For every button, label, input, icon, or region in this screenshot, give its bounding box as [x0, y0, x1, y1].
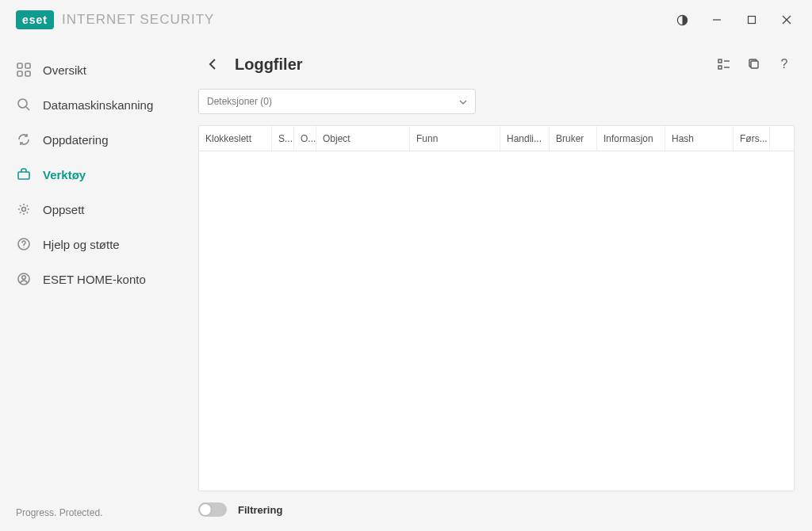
table-body-empty	[199, 151, 794, 491]
app-logo: eset INTERNET SECURITY	[16, 10, 214, 29]
svg-point-14	[23, 246, 24, 247]
sidebar-item-label: Oppsett	[43, 203, 85, 216]
help-icon[interactable]: ?	[774, 54, 795, 74]
svg-rect-18	[718, 66, 722, 69]
nav-list: Oversikt Datamaskinskanning Oppdatering …	[0, 52, 198, 296]
sidebar-item-label: Verktøy	[43, 168, 86, 181]
sidebar-item-tools[interactable]: Verktøy	[0, 157, 198, 192]
content-header: Loggfiler ?	[198, 54, 795, 74]
table-header-cell[interactable]	[770, 126, 794, 151]
sidebar-item-overview[interactable]: Oversikt	[0, 52, 198, 87]
sidebar-item-setup[interactable]: Oppsett	[0, 192, 198, 227]
page-title: Loggfiler	[235, 55, 303, 74]
sidebar-footer-tagline: Progress. Protected.	[0, 507, 198, 531]
table-header-cell[interactable]: Hash	[665, 126, 733, 151]
table-header-cell[interactable]: Informasjon	[597, 126, 665, 151]
sidebar-item-scan[interactable]: Datamaskinskanning	[0, 87, 198, 122]
filter-row: Filtrering	[198, 491, 795, 521]
svg-rect-17	[718, 59, 722, 63]
sidebar-item-account[interactable]: ESET HOME-konto	[0, 262, 198, 296]
table-header-cell[interactable]: Funn	[410, 126, 500, 151]
svg-rect-21	[751, 61, 758, 68]
svg-point-9	[18, 99, 27, 108]
close-button[interactable]	[771, 7, 802, 32]
table-header-cell[interactable]: Object	[316, 126, 410, 151]
refresh-icon	[16, 132, 32, 147]
sidebar-item-help[interactable]: Hjelp og støtte	[0, 227, 198, 262]
dropdown-selected-value: Deteksjoner (0)	[207, 96, 272, 107]
svg-rect-2	[749, 17, 756, 24]
back-button[interactable]	[203, 55, 222, 74]
help-icon	[16, 236, 32, 252]
filter-label: Filtrering	[238, 504, 282, 516]
table-header-row: KlokkeslettS...O...ObjectFunnHandli...Br…	[199, 126, 794, 151]
table-header-cell[interactable]: Handli...	[500, 126, 550, 151]
svg-rect-5	[17, 63, 22, 68]
svg-point-12	[22, 208, 26, 212]
sidebar-item-update[interactable]: Oppdatering	[0, 122, 198, 157]
title-bar: eset INTERNET SECURITY	[0, 0, 812, 40]
svg-line-10	[26, 107, 29, 110]
sidebar: Oversikt Datamaskinskanning Oppdatering …	[0, 40, 198, 531]
sidebar-item-label: Oversikt	[43, 63, 86, 77]
log-type-dropdown[interactable]: Deteksjoner (0)	[198, 89, 476, 114]
contrast-icon[interactable]	[666, 7, 698, 32]
table-header-cell[interactable]: S...	[272, 126, 294, 151]
svg-rect-6	[25, 63, 30, 68]
log-table: KlokkeslettS...O...ObjectFunnHandli...Br…	[198, 125, 795, 491]
brand-badge: eset	[16, 10, 54, 29]
window-controls	[666, 7, 802, 32]
dashboard-icon	[16, 62, 32, 78]
sidebar-item-label: Oppdatering	[43, 133, 109, 147]
content-area: Loggfiler ? Deteksjoner (0) KlokkeslettS…	[198, 40, 812, 531]
briefcase-icon	[16, 166, 32, 182]
sidebar-item-label: ESET HOME-konto	[43, 273, 146, 286]
svg-rect-7	[17, 71, 22, 76]
table-header-cell[interactable]: Klokkeslett	[199, 126, 272, 151]
user-icon	[16, 271, 32, 287]
filter-toggle[interactable]	[198, 502, 227, 517]
brand-text: eset	[22, 13, 48, 26]
search-icon	[16, 97, 32, 113]
header-actions: ?	[714, 54, 795, 74]
table-header-cell[interactable]: O...	[294, 126, 316, 151]
table-header-cell[interactable]: Bruker	[550, 126, 597, 151]
minimize-button[interactable]	[701, 7, 733, 32]
table-header-cell[interactable]: Førs...	[733, 126, 770, 151]
list-view-icon[interactable]	[714, 54, 734, 74]
product-name: INTERNET SECURITY	[62, 12, 214, 28]
svg-rect-11	[18, 172, 29, 179]
chevron-down-icon	[459, 96, 467, 107]
sidebar-item-label: Hjelp og støtte	[43, 238, 120, 251]
svg-point-16	[22, 276, 26, 280]
sidebar-item-label: Datamaskinskanning	[43, 98, 153, 112]
svg-rect-8	[25, 71, 30, 76]
gear-icon	[16, 201, 32, 217]
copy-icon[interactable]	[744, 54, 764, 74]
maximize-button[interactable]	[736, 7, 768, 32]
